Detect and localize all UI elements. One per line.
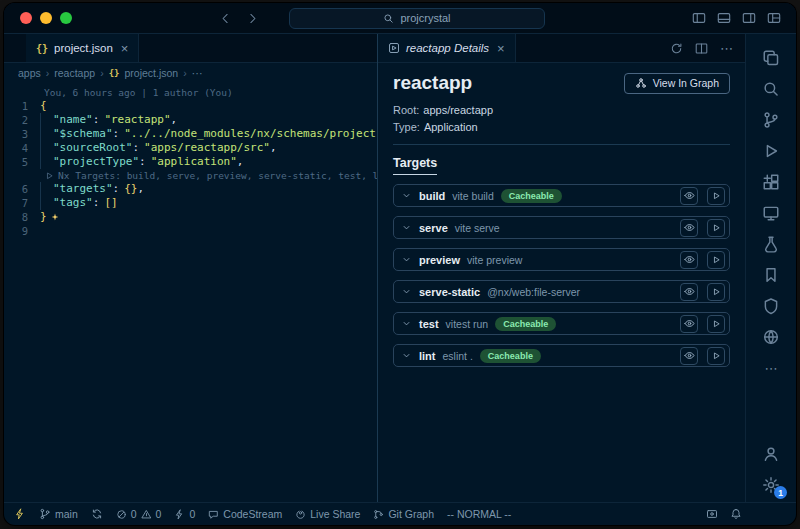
target-row-serve-static[interactable]: serve-static @nx/web:file-server — [393, 280, 730, 303]
problems-indicator[interactable]: 0 0 — [116, 508, 162, 520]
show-target-config-button[interactable] — [680, 219, 698, 237]
tab-reactapp-details[interactable]: reactapp Details × — [378, 34, 516, 62]
activity-extensions-button[interactable] — [758, 171, 784, 193]
run-target-button[interactable] — [707, 219, 725, 237]
show-target-config-button[interactable] — [680, 283, 698, 301]
run-target-button[interactable] — [707, 347, 725, 365]
chevron-down-icon[interactable] — [401, 318, 412, 329]
sync-changes-button[interactable] — [91, 508, 103, 520]
settings-button[interactable]: 1 — [758, 474, 784, 496]
codestream-status[interactable]: CodeStream — [208, 508, 282, 520]
activity-bookmarks-button[interactable] — [758, 264, 784, 286]
cacheable-badge: Cacheable — [495, 317, 556, 331]
breadcrumb-item[interactable]: apps — [18, 67, 41, 79]
vscode-window: projcrystal {} project.json × apps › r — [4, 3, 796, 525]
tab-label: reactapp Details — [406, 42, 489, 54]
json-file-icon: {} — [109, 68, 120, 78]
command-center-search[interactable]: projcrystal — [289, 8, 545, 29]
code-line: 4 "sourceRoot":"apps/reactapp/src", — [4, 141, 377, 155]
accounts-button[interactable] — [758, 443, 784, 465]
target-command: vitest run — [446, 318, 489, 330]
show-target-config-button[interactable] — [680, 187, 698, 205]
target-row-lint[interactable]: lint eslint . Cacheable — [393, 344, 730, 367]
show-target-config-button[interactable] — [680, 347, 698, 365]
customize-layout-icon[interactable] — [767, 11, 781, 25]
close-window-button[interactable] — [20, 12, 32, 24]
code-editor[interactable]: You, 6 hours ago | 1 author (You) 1 { 2 … — [4, 83, 377, 502]
activity-run-debug-button[interactable] — [758, 140, 784, 162]
chevron-down-icon[interactable] — [401, 254, 412, 265]
cacheable-badge: Cacheable — [480, 349, 541, 363]
activity-explorer-button[interactable] — [758, 47, 784, 69]
back-icon[interactable] — [219, 12, 232, 25]
eye-icon — [684, 350, 695, 361]
editor-group-left: {} project.json × apps › reactapp › {} p… — [4, 34, 378, 502]
breadcrumb-item[interactable]: reactapp — [54, 67, 95, 79]
more-actions-icon[interactable]: ⋯ — [720, 42, 733, 55]
branch-indicator[interactable]: main — [39, 508, 78, 520]
activity-source-control-button[interactable] — [758, 109, 784, 131]
target-row-serve[interactable]: serve vite serve — [393, 216, 730, 239]
bell-icon[interactable] — [730, 508, 742, 520]
activity-nx-console-button[interactable] — [758, 295, 784, 317]
code-line: 8 } — [4, 210, 377, 224]
play-icon — [711, 319, 721, 329]
chevron-down-icon[interactable] — [401, 222, 412, 233]
code-line: 7 "tags":[] — [4, 196, 377, 210]
toggle-secondary-sidebar-icon[interactable] — [742, 11, 756, 25]
source-control-icon — [762, 111, 780, 129]
activity-globe-button[interactable] — [758, 326, 784, 348]
run-target-button[interactable] — [707, 283, 725, 301]
close-icon[interactable]: × — [121, 42, 129, 55]
target-command: vite preview — [467, 254, 522, 266]
show-target-config-button[interactable] — [680, 315, 698, 333]
run-target-button[interactable] — [707, 315, 725, 333]
minimize-window-button[interactable] — [40, 12, 52, 24]
show-target-config-button[interactable] — [680, 251, 698, 269]
nx-targets-codelens-row: Nx Targets: build, serve, preview, serve… — [4, 169, 377, 182]
toggle-primary-sidebar-icon[interactable] — [692, 11, 706, 25]
live-share-status[interactable]: Live Share — [295, 508, 360, 520]
files-icon — [762, 49, 780, 67]
gitlens-blame-lens[interactable]: You, 6 hours ago | 1 author (You) — [40, 86, 377, 100]
eye-icon — [684, 254, 695, 265]
targets-heading: Targets — [393, 156, 437, 175]
target-name: serve — [419, 222, 448, 234]
zoom-window-button[interactable] — [60, 12, 72, 24]
search-text: projcrystal — [400, 12, 450, 24]
bolt-counter[interactable]: 0 — [174, 508, 195, 520]
bookmark-icon — [762, 266, 780, 284]
chevron-down-icon[interactable] — [401, 350, 412, 361]
line-number: 1 — [4, 99, 40, 113]
breadcrumb-item[interactable]: project.json — [125, 67, 179, 79]
chevron-down-icon[interactable] — [401, 286, 412, 297]
run-target-button[interactable] — [707, 251, 725, 269]
vim-mode-indicator[interactable]: -- NORMAL -- — [447, 508, 511, 520]
remote-indicator[interactable] — [14, 508, 26, 520]
run-target-button[interactable] — [707, 187, 725, 205]
git-graph-status[interactable]: Git Graph — [373, 508, 434, 520]
chevron-down-icon[interactable] — [401, 190, 412, 201]
project-type: Type:Application — [393, 119, 730, 136]
view-in-graph-button[interactable]: View In Graph — [624, 73, 730, 94]
screencast-icon[interactable] — [706, 508, 718, 520]
sparkle-icon[interactable] — [50, 212, 60, 222]
activity-additional-views-button[interactable]: ⋯ — [758, 357, 784, 379]
toggle-panel-icon[interactable] — [717, 11, 731, 25]
split-editor-icon[interactable] — [695, 42, 708, 55]
breadcrumb-more[interactable]: ⋯ — [192, 67, 203, 79]
forward-icon[interactable] — [246, 12, 259, 25]
layout-controls — [692, 11, 781, 25]
close-icon[interactable]: × — [497, 42, 505, 55]
editor-group-right: reactapp Details × ⋯ reactapp View In Gr… — [378, 34, 746, 502]
target-row-preview[interactable]: preview vite preview — [393, 248, 730, 271]
activity-remote-explorer-button[interactable] — [758, 202, 784, 224]
lightning-icon — [174, 509, 185, 520]
refresh-icon[interactable] — [670, 42, 683, 55]
target-row-test[interactable]: test vitest run Cacheable — [393, 312, 730, 335]
activity-testing-button[interactable] — [758, 233, 784, 255]
tab-project-json[interactable]: {} project.json × — [26, 34, 139, 62]
activity-search-button[interactable] — [758, 78, 784, 100]
nx-targets-codelens[interactable]: Nx Targets: build, serve, preview, serve… — [40, 169, 377, 183]
target-row-build[interactable]: build vite build Cacheable — [393, 184, 730, 207]
